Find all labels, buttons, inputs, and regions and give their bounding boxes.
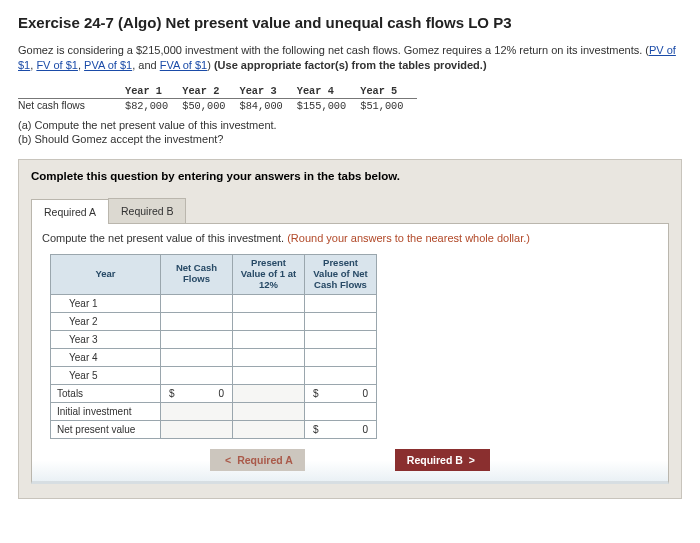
intro-text-a: Gomez is considering a $215,000 investme… xyxy=(18,44,649,56)
question-b: (b) Should Gomez accept the investment? xyxy=(18,133,682,145)
prev-label: Required A xyxy=(237,454,293,466)
table-row-npv: Net present value 0 xyxy=(51,420,377,438)
next-label: Required B xyxy=(407,454,463,466)
subinstr-plain: Compute the net present value of this in… xyxy=(42,232,287,244)
cf-value-y2: $50,000 xyxy=(182,98,239,113)
cf-value-y4: $155,000 xyxy=(297,98,360,113)
table-row: Year 1 xyxy=(51,294,377,312)
cf-header-y2: Year 2 xyxy=(182,84,239,99)
input-cell[interactable] xyxy=(233,366,305,384)
input-cell[interactable] xyxy=(233,348,305,366)
ws-row-y4: Year 4 xyxy=(51,348,161,366)
input-cell[interactable] xyxy=(161,294,233,312)
cf-header-y3: Year 3 xyxy=(240,84,297,99)
table-row-initial: Initial investment xyxy=(51,402,377,420)
table-row: Year 2 xyxy=(51,312,377,330)
ws-row-y3: Year 3 xyxy=(51,330,161,348)
sep: , and xyxy=(132,59,160,71)
table-row-totals: Totals 0 0 xyxy=(51,384,377,402)
cashflows-table: Year 1 Year 2 Year 3 Year 4 Year 5 Net c… xyxy=(18,84,417,113)
input-cell[interactable] xyxy=(233,312,305,330)
ws-col-ncf: Net Cash Flows xyxy=(161,254,233,294)
ws-row-y2: Year 2 xyxy=(51,312,161,330)
question-list: (a) Compute the net present value of thi… xyxy=(18,119,682,145)
ws-totals-ncf: 0 xyxy=(161,384,233,402)
fv-of-1-link[interactable]: FV of $1 xyxy=(36,59,78,71)
table-row: Year 4 xyxy=(51,348,377,366)
ws-row-y1: Year 1 xyxy=(51,294,161,312)
ws-col-pvncf: Present Value of Net Cash Flows xyxy=(305,254,377,294)
no-entry-cell xyxy=(161,402,233,420)
chevron-right-icon: > xyxy=(469,454,475,466)
cf-value-y1: $82,000 xyxy=(125,98,182,113)
pva-of-1-link[interactable]: PVA of $1 xyxy=(84,59,132,71)
ws-row-y5: Year 5 xyxy=(51,366,161,384)
ws-totals-label: Totals xyxy=(51,384,161,402)
ws-npv-value: 0 xyxy=(305,420,377,438)
input-cell[interactable] xyxy=(161,366,233,384)
input-cell[interactable] xyxy=(305,348,377,366)
cf-header-y1: Year 1 xyxy=(125,84,182,99)
input-cell[interactable] xyxy=(305,330,377,348)
input-cell[interactable] xyxy=(305,312,377,330)
subinstr-round: (Round your answers to the nearest whole… xyxy=(287,232,530,244)
fva-of-1-link[interactable]: FVA of $1 xyxy=(160,59,208,71)
no-entry-cell xyxy=(161,420,233,438)
chevron-left-icon: < xyxy=(225,454,231,466)
input-cell[interactable] xyxy=(161,330,233,348)
cf-row-label: Net cash flows xyxy=(18,98,125,113)
ws-col-pv1: Present Value of 1 at 12% xyxy=(233,254,305,294)
ws-initial-label: Initial investment xyxy=(51,402,161,420)
intro-bold: (Use appropriate factor(s) from the tabl… xyxy=(214,59,487,71)
answer-panel: Complete this question by entering your … xyxy=(18,159,682,499)
table-row: Year 3 xyxy=(51,330,377,348)
problem-statement: Gomez is considering a $215,000 investme… xyxy=(18,43,682,74)
tab-required-b[interactable]: Required B xyxy=(108,198,187,223)
cf-value-y5: $51,000 xyxy=(360,98,417,113)
panel-instruction: Complete this question by entering your … xyxy=(31,170,669,182)
input-cell[interactable] xyxy=(161,348,233,366)
prev-required-a-button[interactable]: < Required A xyxy=(210,449,305,471)
question-a: (a) Compute the net present value of thi… xyxy=(18,119,682,131)
input-cell[interactable] xyxy=(233,330,305,348)
input-cell[interactable] xyxy=(161,312,233,330)
tabs: Required A Required B xyxy=(31,198,669,223)
tab-required-a[interactable]: Required A xyxy=(31,199,109,224)
tab-body: Compute the net present value of this in… xyxy=(31,223,669,484)
table-row: Year 5 xyxy=(51,366,377,384)
worksheet-table: Year Net Cash Flows Present Value of 1 a… xyxy=(50,254,377,439)
exercise-title: Exercise 24-7 (Algo) Net present value a… xyxy=(18,14,682,31)
input-cell[interactable] xyxy=(305,402,377,420)
nav-row: < Required A Required B > xyxy=(42,449,658,471)
input-cell[interactable] xyxy=(305,366,377,384)
input-cell[interactable] xyxy=(305,294,377,312)
next-required-b-button[interactable]: Required B > xyxy=(395,449,490,471)
input-cell[interactable] xyxy=(233,294,305,312)
intro-text-b: ) xyxy=(207,59,214,71)
ws-totals-pvncf: 0 xyxy=(305,384,377,402)
no-entry-cell xyxy=(233,402,305,420)
cf-header-y5: Year 5 xyxy=(360,84,417,99)
cf-header-y4: Year 4 xyxy=(297,84,360,99)
sub-instruction: Compute the net present value of this in… xyxy=(42,232,658,244)
no-entry-cell xyxy=(233,420,305,438)
ws-npv-label: Net present value xyxy=(51,420,161,438)
ws-col-year: Year xyxy=(51,254,161,294)
cf-value-y3: $84,000 xyxy=(240,98,297,113)
no-entry-cell xyxy=(233,384,305,402)
